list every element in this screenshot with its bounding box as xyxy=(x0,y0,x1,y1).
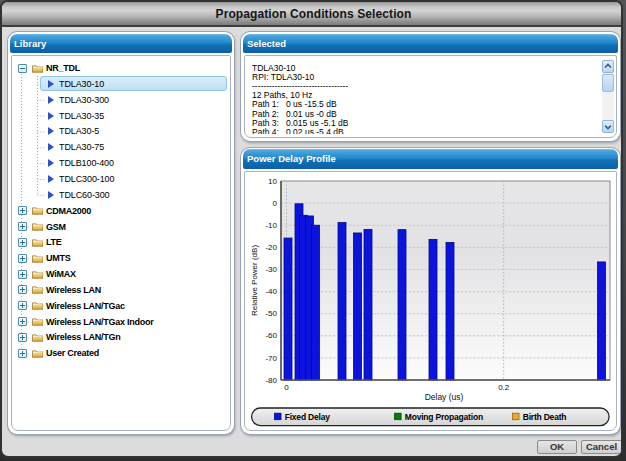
svg-text:Delay (us): Delay (us) xyxy=(425,392,464,402)
svg-text:0.2: 0.2 xyxy=(498,382,510,391)
svg-text:Birth Death: Birth Death xyxy=(523,412,567,422)
svg-text:0: 0 xyxy=(284,382,289,391)
svg-text:-70: -70 xyxy=(265,353,277,362)
svg-text:Moving Propagation: Moving Propagation xyxy=(405,412,483,422)
svg-text:-40: -40 xyxy=(265,287,277,296)
svg-text:-30: -30 xyxy=(265,265,277,274)
svg-text:-20: -20 xyxy=(265,243,277,252)
svg-text:Relative Power (dB): Relative Power (dB) xyxy=(250,244,259,315)
svg-text:-80: -80 xyxy=(265,375,277,384)
svg-text:0: 0 xyxy=(273,198,278,207)
svg-text:-10: -10 xyxy=(265,220,277,229)
svg-text:-50: -50 xyxy=(265,309,277,318)
svg-text:-60: -60 xyxy=(265,331,277,340)
svg-text:10: 10 xyxy=(268,176,277,185)
svg-text:Fixed Delay: Fixed Delay xyxy=(285,412,331,422)
